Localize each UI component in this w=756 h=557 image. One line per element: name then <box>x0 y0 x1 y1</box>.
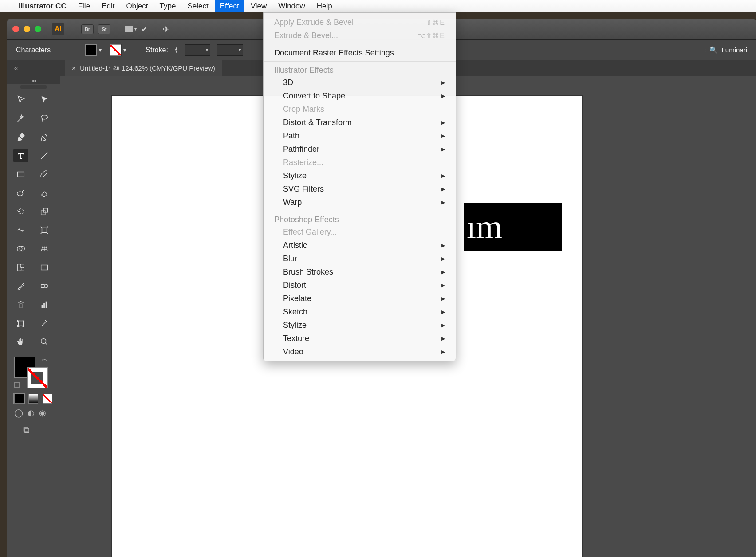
arrange-documents-button[interactable]: ▾ <box>125 26 137 32</box>
svg-point-0 <box>41 115 47 119</box>
draw-normal-icon[interactable]: ◯ <box>14 408 23 418</box>
curvature-tool[interactable] <box>37 130 52 144</box>
menu-warp[interactable]: Warp <box>264 196 456 209</box>
shaper-tool[interactable] <box>13 186 28 200</box>
menu-video[interactable]: Video <box>264 345 456 358</box>
menu-help[interactable]: Help <box>317 2 332 11</box>
close-tab-icon[interactable]: × <box>72 65 75 72</box>
stroke-weight-dropdown[interactable]: ▾ <box>185 44 210 56</box>
color-mode-gradient[interactable] <box>28 394 38 404</box>
panel-collapse-toggle[interactable]: ‹‹ <box>7 65 25 71</box>
column-graph-tool[interactable] <box>37 298 52 311</box>
slice-tool[interactable] <box>37 317 52 330</box>
stock-button[interactable]: St <box>98 24 110 34</box>
screen-mode-button[interactable]: ⧉ <box>7 421 60 435</box>
svg-rect-12 <box>41 284 44 287</box>
type-tool[interactable] <box>13 149 28 162</box>
svg-rect-7 <box>42 228 47 233</box>
menu-svg-filters[interactable]: SVG Filters <box>264 182 456 196</box>
tools-grip[interactable] <box>20 85 47 89</box>
menu-3d[interactable]: 3D <box>264 76 456 89</box>
perspective-grid-tool[interactable] <box>37 242 52 255</box>
stroke-swatch-large[interactable] <box>27 367 48 388</box>
separator <box>118 24 118 35</box>
line-segment-tool[interactable] <box>37 149 52 162</box>
free-transform-tool[interactable] <box>37 224 52 237</box>
zoom-tool[interactable] <box>37 335 52 349</box>
stroke-weight-spinner[interactable]: ▲▼ <box>174 47 178 53</box>
gradient-tool[interactable] <box>37 261 52 274</box>
tools-collapse-tab[interactable]: ◂◂ <box>7 76 60 84</box>
eyedropper-tool[interactable] <box>13 279 28 293</box>
app-menu[interactable]: Illustrator CC <box>19 2 67 11</box>
svg-rect-4 <box>43 208 47 212</box>
symbol-sprayer-tool[interactable] <box>13 298 28 311</box>
menu-brush-strokes[interactable]: Brush Strokes <box>264 265 456 278</box>
rectangle-tool[interactable] <box>13 168 28 181</box>
menu-edit[interactable]: Edit <box>102 2 114 11</box>
rotate-tool[interactable] <box>13 205 28 218</box>
mesh-tool[interactable] <box>13 261 28 274</box>
hand-tool[interactable] <box>13 335 28 349</box>
menu-object[interactable]: Object <box>126 2 148 11</box>
swap-fill-stroke-icon[interactable]: ⤺ <box>42 357 47 363</box>
draw-behind-icon[interactable]: ◐ <box>28 408 35 418</box>
close-window-button[interactable] <box>12 26 19 32</box>
font-name-field[interactable]: Luminari <box>721 46 747 54</box>
artboard-tool[interactable] <box>13 317 28 330</box>
menu-blur[interactable]: Blur <box>264 252 456 265</box>
font-search[interactable]: : 🔍 Luminari <box>704 46 747 54</box>
menu-path[interactable]: Path <box>264 129 456 142</box>
default-fill-stroke-icon[interactable] <box>14 382 20 388</box>
pen-tool[interactable] <box>13 130 28 144</box>
svg-point-13 <box>44 284 47 287</box>
svg-point-2 <box>17 192 23 196</box>
menu-select[interactable]: Select <box>187 2 208 11</box>
menu-stylize-ai[interactable]: Stylize <box>264 169 456 182</box>
magic-wand-tool[interactable] <box>13 112 28 125</box>
color-mode-none[interactable] <box>43 394 52 404</box>
paintbrush-tool[interactable] <box>37 168 52 181</box>
fill-stroke-control[interactable]: ⤺ <box>14 357 48 388</box>
menu-convert-to-shape[interactable]: Convert to Shape <box>264 89 456 102</box>
selection-tool[interactable] <box>13 93 28 106</box>
svg-rect-21 <box>19 321 24 326</box>
shape-builder-tool[interactable] <box>13 242 28 255</box>
menu-artistic[interactable]: Artistic <box>264 239 456 252</box>
lasso-tool[interactable] <box>37 112 52 125</box>
menu-texture[interactable]: Texture <box>264 332 456 345</box>
menu-sketch[interactable]: Sketch <box>264 305 456 318</box>
menu-distort-transform[interactable]: Distort & Transform <box>264 116 456 129</box>
blend-tool[interactable] <box>37 279 52 293</box>
menu-pathfinder[interactable]: Pathfinder <box>264 142 456 156</box>
draw-inside-icon[interactable]: ◉ <box>39 408 46 418</box>
menu-doc-raster-settings[interactable]: Document Raster Effects Settings... <box>264 46 456 59</box>
bridge-button[interactable]: Br <box>81 24 94 34</box>
menu-distort-ps[interactable]: Distort <box>264 278 456 292</box>
gpu-performance-icon[interactable]: ✔ <box>141 24 148 34</box>
menu-view[interactable]: View <box>251 2 267 11</box>
menu-window[interactable]: Window <box>278 2 305 11</box>
direct-selection-tool[interactable] <box>37 93 52 106</box>
stroke-color-dropdown[interactable]: ▾ <box>110 44 128 56</box>
scale-tool[interactable] <box>37 205 52 218</box>
document-tab[interactable]: × Untitled-1* @ 124.62% (CMYK/GPU Previe… <box>65 60 222 76</box>
svg-rect-14 <box>20 304 22 308</box>
effect-dropdown-menu: Apply Extrude & Bevel⇧⌘E Extrude & Bevel… <box>263 12 456 361</box>
eraser-tool[interactable] <box>37 186 52 200</box>
menu-type[interactable]: Type <box>160 2 176 11</box>
maximize-window-button[interactable] <box>35 26 41 32</box>
width-tool[interactable] <box>13 224 28 237</box>
sync-settings-icon[interactable]: ✈ <box>162 24 170 35</box>
control-mode-label: Characters <box>16 46 51 54</box>
stroke-swatch-none <box>110 44 121 56</box>
menu-pixelate[interactable]: Pixelate <box>264 292 456 305</box>
variable-width-profile-dropdown[interactable]: ▾ <box>217 44 243 56</box>
menu-effect[interactable]: Effect <box>215 0 244 12</box>
color-mode-solid[interactable] <box>14 394 24 404</box>
fill-color-dropdown[interactable]: ▾ <box>85 44 103 56</box>
text-object[interactable]: ım <box>464 203 562 251</box>
minimize-window-button[interactable] <box>24 26 30 32</box>
menu-stylize-ps[interactable]: Stylize <box>264 318 456 332</box>
menu-file[interactable]: File <box>78 2 90 11</box>
